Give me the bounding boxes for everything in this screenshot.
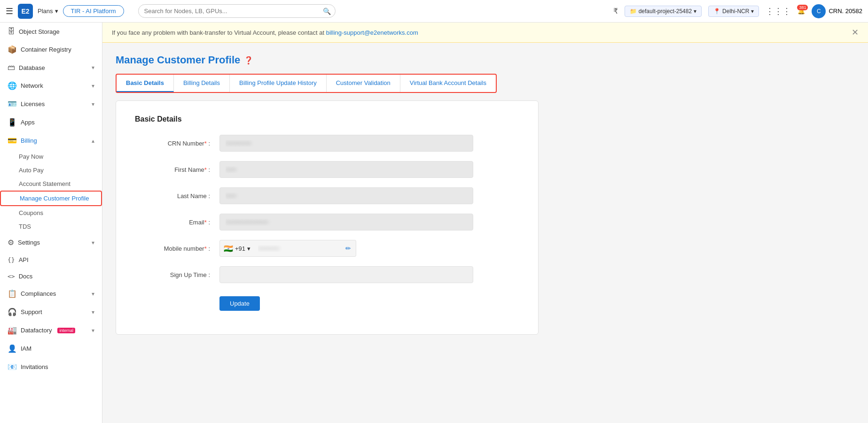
sidebar-subitem-tds[interactable]: TDS (0, 220, 102, 233)
crn-required-star: * (204, 140, 207, 147)
banner-text: If you face any problem with bank-transf… (112, 29, 418, 36)
tab-virtual-bank-account-details[interactable]: Virtual Bank Account Details (400, 75, 496, 92)
phone-number-input[interactable] (254, 240, 341, 257)
crn-number-label: CRN Number* : (135, 140, 219, 147)
sidebar-item-datafactory[interactable]: 🏭 Datafactory internal ▾ (0, 321, 102, 339)
search-icon: 🔍 (323, 8, 331, 15)
region-chevron: ▾ (751, 8, 754, 15)
sidebar-item-label: Datafactory (21, 327, 52, 334)
tab-basic-details[interactable]: Basic Details (117, 75, 174, 92)
logo-icon: E2 (18, 4, 33, 19)
sidebar-item-billing[interactable]: 💳 Billing ▴ (0, 131, 102, 150)
phone-edit-button[interactable]: ✏ (341, 240, 356, 257)
update-button[interactable]: Update (219, 296, 260, 311)
logo[interactable]: E2 (18, 4, 33, 19)
invitations-icon: 📧 (8, 362, 17, 371)
tabs-container: Basic Details Billing Details Billing Pr… (116, 74, 497, 93)
country-code: +91 (235, 245, 245, 252)
sidebar-item-label: Database (19, 64, 45, 71)
tab-customer-validation[interactable]: Customer Validation (327, 75, 400, 92)
grid-icon[interactable]: ⋮⋮⋮ (766, 6, 791, 16)
sidebar-item-label: Licenses (21, 100, 45, 108)
first-name-label: First Name* : (135, 166, 219, 173)
topnav-right: ₹ 📁 default-project-25482 ▾ 📍 Delhi-NCR … (613, 4, 862, 18)
settings-icon: ⚙ (8, 238, 14, 247)
sidebar-item-label: Billing (21, 137, 37, 144)
sidebar-subitem-manage-customer-profile[interactable]: Manage Customer Profile (0, 191, 102, 206)
project-selector[interactable]: 📁 default-project-25482 ▾ (625, 6, 702, 17)
sidebar-item-network[interactable]: 🌐 Network ▾ (0, 77, 102, 95)
banner-link[interactable]: billing-support@e2enetworks.com (326, 29, 418, 36)
sidebar-item-docs[interactable]: <> Docs (0, 268, 102, 285)
page-title-row: Manage Customer Profile ❓ (116, 54, 855, 66)
sidebar-item-label: IAM (21, 345, 31, 352)
email-row: Email* : (135, 214, 519, 231)
sidebar-item-object-storage[interactable]: 🗄 Object Storage (0, 23, 102, 40)
sidebar-item-label: Apps (21, 119, 35, 126)
mobile-number-row: Mobile number* : 🇮🇳 +91 ▾ ✏ (135, 240, 519, 257)
sidebar-item-label: Network (21, 82, 43, 89)
user-label: CRN. 20582 (829, 8, 862, 15)
compliances-icon: 📋 (8, 289, 17, 298)
region-icon: 📍 (713, 8, 720, 15)
help-icon[interactable]: ❓ (244, 56, 253, 65)
form-section-title: Basic Details (135, 115, 519, 123)
sidebar-item-label: Compliances (21, 290, 56, 297)
last-name-input[interactable] (219, 187, 473, 204)
iam-icon: 👤 (8, 344, 17, 353)
crn-number-row: CRN Number* : (135, 135, 519, 152)
sidebar-item-api[interactable]: {} API (0, 252, 102, 268)
datafactory-chevron: ▾ (92, 327, 94, 334)
user-menu[interactable]: C CRN. 20582 (812, 4, 862, 18)
search-container: 🔍 (138, 4, 336, 18)
currency-icon[interactable]: ₹ (613, 7, 618, 15)
signup-time-input: Jul 24, 2023 05:14 PM (219, 266, 473, 283)
phone-prefix-chevron: ▾ (247, 245, 250, 252)
email-required-star: * (204, 219, 207, 226)
notification-bell[interactable]: 🔔 381 (798, 8, 805, 15)
sidebar-item-invitations[interactable]: 📧 Invitations (0, 358, 102, 376)
search-input[interactable] (138, 4, 336, 18)
banner-close-button[interactable]: ✕ (852, 27, 859, 38)
project-icon: 📁 (630, 8, 637, 15)
sidebar-item-iam[interactable]: 👤 IAM (0, 339, 102, 358)
licenses-icon: 🪪 (8, 100, 17, 108)
sidebar-subitem-pay-now[interactable]: Pay Now (0, 150, 102, 163)
basic-details-form: Basic Details CRN Number* : First Name* … (116, 100, 539, 335)
platform-button[interactable]: TIR - AI Platform (63, 5, 124, 17)
plans-dropdown[interactable]: Plans ▾ (38, 8, 58, 15)
sidebar-subitem-account-statement[interactable]: Account Statement (0, 177, 102, 191)
tab-billing-profile-update-history[interactable]: Billing Profile Update History (230, 75, 327, 92)
flag-icon: 🇮🇳 (224, 244, 233, 253)
plans-label: Plans (38, 8, 53, 15)
sidebar-item-container-registry[interactable]: 📦 Container Registry (0, 40, 102, 59)
sidebar-item-apps[interactable]: 📱 Apps (0, 113, 102, 131)
sidebar-item-label: Docs (19, 273, 33, 280)
sidebar-subitem-coupons[interactable]: Coupons (0, 206, 102, 220)
first-name-input[interactable] (219, 161, 473, 178)
crn-number-input[interactable] (219, 135, 473, 152)
settings-chevron: ▾ (92, 239, 94, 246)
tab-billing-details[interactable]: Billing Details (174, 75, 230, 92)
network-chevron: ▾ (92, 83, 94, 89)
region-selector[interactable]: 📍 Delhi-NCR ▾ (708, 6, 759, 17)
sidebar-item-licenses[interactable]: 🪪 Licenses ▾ (0, 95, 102, 113)
sidebar-item-settings[interactable]: ⚙ Settings ▾ (0, 233, 102, 252)
first-name-required-star: * (204, 166, 207, 173)
sidebar-item-compliances[interactable]: 📋 Compliances ▾ (0, 285, 102, 303)
mobile-required-star: * (204, 245, 207, 252)
email-label: Email* : (135, 219, 219, 226)
first-name-row: First Name* : (135, 161, 519, 178)
sidebar-item-database[interactable]: 🗃 Database ▾ (0, 59, 102, 77)
sidebar-subitem-auto-pay[interactable]: Auto Pay (0, 163, 102, 177)
main-layout: 🗄 Object Storage 📦 Container Registry 🗃 … (0, 23, 868, 423)
sidebar-item-support[interactable]: 🎧 Support ▾ (0, 303, 102, 321)
plans-chevron: ▾ (55, 8, 58, 15)
hamburger-icon[interactable]: ☰ (6, 6, 13, 16)
phone-prefix-selector[interactable]: 🇮🇳 +91 ▾ (219, 240, 254, 257)
support-chevron: ▾ (92, 309, 94, 315)
object-storage-icon: 🗄 (8, 27, 15, 36)
update-button-row: Update (219, 292, 519, 311)
email-input[interactable] (219, 214, 473, 231)
database-chevron: ▾ (92, 64, 94, 71)
